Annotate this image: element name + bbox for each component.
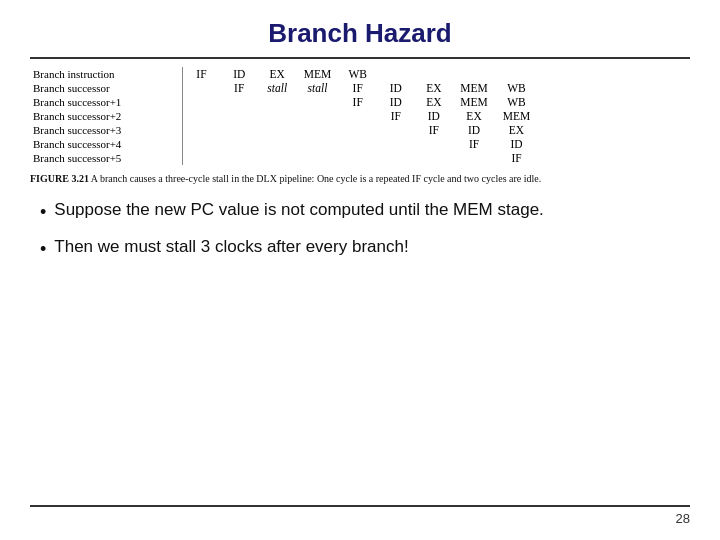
table-row: Branch successor+1IFIDEXMEMWB bbox=[30, 95, 690, 109]
stage-cell bbox=[614, 67, 652, 81]
stage-cell bbox=[296, 137, 338, 151]
row-label: Branch instruction bbox=[30, 67, 182, 81]
stage-cell: IF bbox=[495, 151, 537, 165]
stage-cell bbox=[339, 123, 377, 137]
top-divider bbox=[30, 57, 690, 59]
stage-cell bbox=[182, 137, 220, 151]
bottom-divider bbox=[30, 505, 690, 507]
stage-cell bbox=[377, 137, 415, 151]
stage-cell: IF bbox=[182, 67, 220, 81]
stage-cell: WB bbox=[339, 67, 377, 81]
bullet-item-2: • Then we must stall 3 clocks after ever… bbox=[40, 235, 690, 262]
table-row: Branch successor+4IFID bbox=[30, 137, 690, 151]
table-row: Branch successor+3IFIDEX bbox=[30, 123, 690, 137]
stage-cell: IF bbox=[339, 81, 377, 95]
stage-cell bbox=[614, 137, 652, 151]
bullet-item-1: • Suppose the new PC value is not comput… bbox=[40, 198, 690, 225]
stage-cell bbox=[652, 151, 690, 165]
stage-cell bbox=[538, 81, 576, 95]
stage-cell bbox=[220, 109, 258, 123]
pipeline-diagram: Branch instructionIFIDEXMEMWBBranch succ… bbox=[30, 67, 690, 165]
stage-cell bbox=[614, 109, 652, 123]
table-row: Branch successor+5IF bbox=[30, 151, 690, 165]
stage-cell bbox=[182, 81, 220, 95]
slide-container: Branch Hazard Branch instructionIFIDEXME… bbox=[0, 0, 720, 540]
stage-cell bbox=[296, 109, 338, 123]
stage-cell bbox=[614, 95, 652, 109]
bullet-text-2: Then we must stall 3 clocks after every … bbox=[54, 235, 408, 259]
stage-cell bbox=[258, 95, 296, 109]
stage-cell bbox=[576, 151, 614, 165]
stage-cell: stall bbox=[296, 81, 338, 95]
stage-cell bbox=[576, 67, 614, 81]
stage-cell: ID bbox=[415, 109, 453, 123]
stage-cell bbox=[339, 151, 377, 165]
table-row: Branch successor+2IFIDEXMEM bbox=[30, 109, 690, 123]
row-label: Branch successor+3 bbox=[30, 123, 182, 137]
stage-cell bbox=[415, 151, 453, 165]
stage-cell bbox=[182, 123, 220, 137]
stage-cell: IF bbox=[220, 81, 258, 95]
stage-cell bbox=[576, 137, 614, 151]
stage-cell bbox=[538, 137, 576, 151]
stage-cell: EX bbox=[495, 123, 537, 137]
page-number: 28 bbox=[30, 511, 690, 526]
stage-cell bbox=[415, 67, 453, 81]
stage-cell bbox=[538, 151, 576, 165]
table-row: Branch successorIFstallstallIFIDEXMEMWB bbox=[30, 81, 690, 95]
row-label: Branch successor bbox=[30, 81, 182, 95]
stage-cell: ID bbox=[377, 95, 415, 109]
stage-cell bbox=[538, 123, 576, 137]
stage-cell: IF bbox=[377, 109, 415, 123]
stage-cell: IF bbox=[339, 95, 377, 109]
stage-cell bbox=[220, 137, 258, 151]
figure-caption: FIGURE 3.21 A branch causes a three-cycl… bbox=[30, 172, 690, 186]
table-row: Branch instructionIFIDEXMEMWB bbox=[30, 67, 690, 81]
bullet-dot-2: • bbox=[40, 237, 46, 262]
row-label: Branch successor+1 bbox=[30, 95, 182, 109]
stage-cell bbox=[576, 95, 614, 109]
figure-text: A branch causes a three-cycle stall in t… bbox=[91, 173, 541, 184]
stage-cell bbox=[614, 81, 652, 95]
stage-cell bbox=[453, 151, 495, 165]
stage-cell bbox=[614, 123, 652, 137]
stage-cell: ID bbox=[495, 137, 537, 151]
figure-label: FIGURE 3.21 bbox=[30, 173, 89, 184]
bullet-dot-1: • bbox=[40, 200, 46, 225]
stage-cell bbox=[296, 151, 338, 165]
row-label: Branch successor+4 bbox=[30, 137, 182, 151]
stage-cell bbox=[415, 137, 453, 151]
stage-cell bbox=[377, 151, 415, 165]
stage-cell bbox=[258, 137, 296, 151]
stage-cell bbox=[652, 81, 690, 95]
stage-cell: MEM bbox=[453, 81, 495, 95]
stage-cell bbox=[220, 151, 258, 165]
stage-cell: EX bbox=[258, 67, 296, 81]
stage-cell bbox=[576, 109, 614, 123]
pipeline-table: Branch instructionIFIDEXMEMWBBranch succ… bbox=[30, 67, 690, 165]
stage-cell bbox=[182, 151, 220, 165]
stage-cell bbox=[339, 137, 377, 151]
stage-cell bbox=[339, 109, 377, 123]
stage-cell: IF bbox=[415, 123, 453, 137]
stage-cell: MEM bbox=[453, 95, 495, 109]
stage-cell bbox=[576, 123, 614, 137]
stage-cell: EX bbox=[415, 95, 453, 109]
stage-cell bbox=[377, 67, 415, 81]
stage-cell bbox=[258, 123, 296, 137]
stage-cell bbox=[453, 67, 495, 81]
stage-cell: ID bbox=[220, 67, 258, 81]
bullet-section: • Suppose the new PC value is not comput… bbox=[30, 198, 690, 506]
stage-cell bbox=[296, 95, 338, 109]
stage-cell bbox=[377, 123, 415, 137]
stage-cell: MEM bbox=[495, 109, 537, 123]
stage-cell bbox=[182, 109, 220, 123]
stage-cell: WB bbox=[495, 81, 537, 95]
stage-cell bbox=[576, 81, 614, 95]
stage-cell bbox=[258, 151, 296, 165]
stage-cell: EX bbox=[415, 81, 453, 95]
stage-cell bbox=[220, 95, 258, 109]
bullet-text-1: Suppose the new PC value is not computed… bbox=[54, 198, 544, 222]
stage-cell: ID bbox=[453, 123, 495, 137]
stage-cell bbox=[296, 123, 338, 137]
